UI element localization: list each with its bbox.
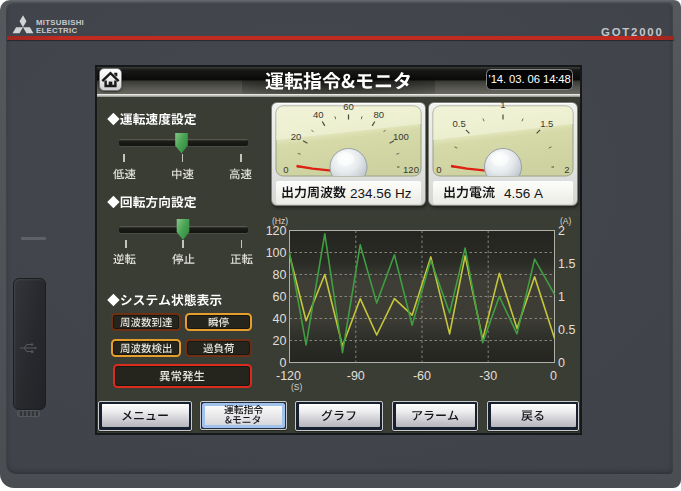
- svg-text:0: 0: [280, 356, 287, 370]
- svg-text:120: 120: [403, 164, 419, 175]
- svg-text:0: 0: [436, 164, 441, 175]
- svg-text:1.5: 1.5: [558, 257, 575, 271]
- svg-text:1: 1: [500, 102, 505, 110]
- svg-text:(Hz): (Hz): [272, 216, 288, 226]
- svg-text:-30: -30: [479, 369, 497, 383]
- svg-text:0: 0: [283, 164, 288, 175]
- svg-text:60: 60: [343, 102, 354, 112]
- svg-text:100: 100: [393, 131, 409, 142]
- svg-text:(S): (S): [291, 382, 303, 392]
- svg-text:20: 20: [273, 334, 287, 348]
- svg-text:0: 0: [558, 356, 565, 370]
- svg-text:2: 2: [558, 224, 565, 238]
- svg-text:100: 100: [266, 246, 287, 260]
- svg-text:40: 40: [273, 312, 287, 326]
- svg-text:120: 120: [266, 224, 287, 238]
- svg-text:1.5: 1.5: [540, 118, 553, 129]
- svg-text:40: 40: [313, 109, 324, 120]
- svg-text:-120: -120: [276, 369, 301, 383]
- svg-text:20: 20: [291, 131, 302, 142]
- svg-text:-60: -60: [413, 369, 431, 383]
- svg-text:0.5: 0.5: [453, 118, 466, 129]
- svg-text:80: 80: [374, 109, 385, 120]
- svg-text:(A): (A): [560, 216, 572, 226]
- svg-text:-90: -90: [347, 369, 365, 383]
- svg-text:60: 60: [273, 290, 287, 304]
- svg-text:80: 80: [273, 268, 287, 282]
- svg-text:0: 0: [550, 369, 557, 383]
- svg-text:1: 1: [558, 290, 565, 304]
- svg-text:0.5: 0.5: [558, 323, 575, 337]
- svg-text:2: 2: [564, 164, 569, 175]
